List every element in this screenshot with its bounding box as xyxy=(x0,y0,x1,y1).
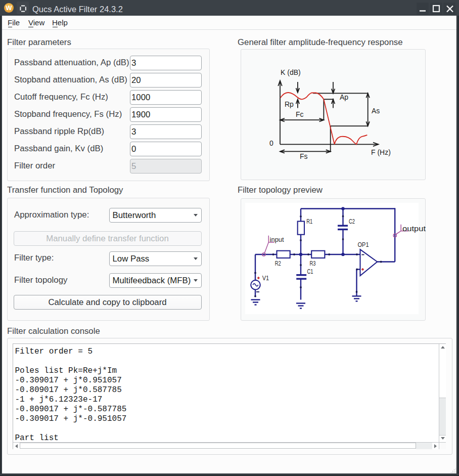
svg-text:V1: V1 xyxy=(262,274,269,282)
svg-text:input: input xyxy=(270,236,284,243)
svg-text:C2: C2 xyxy=(349,218,355,225)
svg-text:Fs: Fs xyxy=(300,152,308,160)
svg-text:K (dB): K (dB) xyxy=(281,68,301,76)
svg-text:R3: R3 xyxy=(310,259,316,267)
svg-text:0: 0 xyxy=(269,139,273,147)
svg-text:OP1: OP1 xyxy=(358,241,369,248)
svg-text:R2: R2 xyxy=(275,259,281,267)
svg-text:Fc: Fc xyxy=(296,110,304,118)
svg-text:R1: R1 xyxy=(306,218,312,225)
svg-text:Ap: Ap xyxy=(340,93,348,101)
svg-text:Rp: Rp xyxy=(285,100,294,108)
svg-text:As: As xyxy=(372,107,380,115)
svg-text:output: output xyxy=(402,224,426,233)
svg-text:F (Hz): F (Hz) xyxy=(371,148,391,156)
svg-text:C1: C1 xyxy=(307,268,313,275)
